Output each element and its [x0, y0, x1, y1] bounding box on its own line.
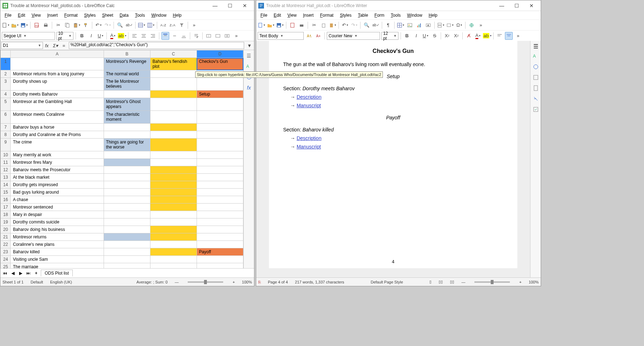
- cell[interactable]: [104, 241, 150, 248]
- cell[interactable]: [197, 78, 243, 91]
- more-button[interactable]: »: [514, 32, 522, 40]
- cell[interactable]: Baharov doing his business: [11, 226, 104, 233]
- cell[interactable]: Dorothy gets impressed: [11, 181, 104, 189]
- find-button[interactable]: 🔍: [363, 21, 370, 29]
- style-inspector-icon[interactable]: [533, 96, 539, 103]
- cell[interactable]: Checkov's Gun: [197, 58, 243, 70]
- spellcheck-button[interactable]: ab✓: [372, 21, 380, 29]
- cell[interactable]: [197, 211, 243, 218]
- cell[interactable]: [150, 70, 197, 78]
- subscript-button[interactable]: X2: [452, 32, 460, 40]
- function-wizard-icon[interactable]: fx: [45, 43, 49, 48]
- word-count[interactable]: 217 words, 1,337 characters: [295, 280, 344, 284]
- cell[interactable]: [197, 139, 243, 151]
- cell[interactable]: [150, 139, 197, 151]
- cell[interactable]: The crime: [11, 139, 104, 151]
- sort-asc-button[interactable]: A↓Z: [159, 21, 167, 29]
- view-book-icon[interactable]: ▯▯: [450, 280, 454, 284]
- cell[interactable]: [104, 256, 150, 263]
- cell[interactable]: [104, 233, 150, 241]
- properties-icon[interactable]: ☰: [533, 43, 538, 50]
- equals-icon[interactable]: =: [62, 43, 65, 48]
- cut-button[interactable]: ✂: [310, 21, 318, 29]
- last-sheet-button[interactable]: ⏭: [25, 271, 32, 276]
- new-style-button[interactable]: A+: [314, 32, 322, 40]
- cell[interactable]: [150, 124, 197, 131]
- zoom-slider[interactable]: [474, 281, 510, 283]
- row-header[interactable]: 22: [1, 241, 11, 248]
- cell[interactable]: [197, 218, 243, 226]
- zoom-in-button[interactable]: +: [232, 280, 235, 284]
- cell[interactable]: [150, 211, 197, 218]
- menu-file[interactable]: File: [258, 12, 270, 18]
- wrap-text-button[interactable]: [192, 32, 200, 40]
- font-name-select[interactable]: Courier New▼: [327, 32, 380, 40]
- manuscript-link[interactable]: Manuscript: [297, 103, 321, 108]
- row-header[interactable]: 21: [1, 233, 11, 241]
- cell[interactable]: [104, 263, 150, 269]
- menu-window[interactable]: Window: [148, 12, 169, 18]
- cell[interactable]: At the black market: [11, 174, 104, 181]
- pdf-status-icon[interactable]: ⎘: [258, 280, 261, 284]
- page-style[interactable]: Default Page Style: [371, 280, 403, 284]
- menu-insert[interactable]: Insert: [44, 12, 61, 18]
- cell[interactable]: [150, 248, 197, 256]
- cell[interactable]: [104, 151, 150, 159]
- row-header[interactable]: 17: [1, 204, 11, 211]
- font-color-button[interactable]: A: [109, 32, 117, 40]
- row-header[interactable]: 11: [1, 159, 11, 166]
- insert-textbox-button[interactable]: A: [424, 21, 432, 29]
- new-doc-button[interactable]: [2, 21, 10, 29]
- zoom-out-button[interactable]: —: [175, 280, 178, 284]
- row-header[interactable]: 25: [1, 263, 11, 269]
- menu-window[interactable]: Window: [404, 12, 425, 18]
- spreadsheet-grid[interactable]: A B C D 1Montresor's RevengeBaharov's fi…: [0, 50, 243, 268]
- next-sheet-button[interactable]: ▶: [17, 271, 24, 276]
- row-header[interactable]: 13: [1, 174, 11, 181]
- align-right-button[interactable]: [149, 32, 157, 40]
- cell[interactable]: [11, 58, 104, 70]
- cell[interactable]: [104, 174, 150, 181]
- cell[interactable]: [197, 159, 243, 166]
- cell[interactable]: [197, 174, 243, 181]
- properties-icon[interactable]: ☰: [246, 52, 253, 59]
- new-doc-button[interactable]: [258, 21, 265, 29]
- minimize-button[interactable]: —: [495, 1, 509, 10]
- more-button[interactable]: »: [190, 21, 198, 29]
- select-all-corner[interactable]: [1, 50, 11, 58]
- row-header[interactable]: 15: [1, 189, 11, 196]
- formula-expand-icon[interactable]: ▼: [246, 42, 253, 49]
- row-header[interactable]: 18: [1, 211, 11, 218]
- cell[interactable]: Montresor's Revenge: [104, 58, 150, 70]
- menu-tools[interactable]: Tools: [132, 12, 148, 18]
- cell[interactable]: Baharov killed: [11, 248, 104, 256]
- formatting-marks-button[interactable]: ¶: [384, 21, 392, 29]
- cell[interactable]: [104, 204, 150, 211]
- cell[interactable]: [197, 226, 243, 233]
- page-indicator[interactable]: Page 4 of 4: [268, 280, 288, 284]
- prev-sheet-button[interactable]: ◀: [10, 271, 16, 276]
- cell[interactable]: [104, 248, 150, 256]
- save-button[interactable]: [20, 21, 28, 29]
- italic-button[interactable]: I: [412, 32, 420, 40]
- cell[interactable]: [150, 151, 197, 159]
- merge-center-button[interactable]: [214, 32, 222, 40]
- menu-sheet[interactable]: Sheet: [99, 12, 116, 18]
- row-header[interactable]: 4: [1, 91, 11, 98]
- row-header[interactable]: 6: [1, 111, 11, 124]
- first-sheet-button[interactable]: ⏮: [2, 271, 8, 276]
- cell[interactable]: [104, 189, 150, 196]
- cell[interactable]: [150, 131, 197, 139]
- cell[interactable]: [150, 181, 197, 189]
- redo-button[interactable]: ↷: [104, 21, 111, 29]
- maximize-button[interactable]: ☐: [510, 1, 524, 10]
- print-button[interactable]: [42, 21, 50, 29]
- cell[interactable]: [197, 233, 243, 241]
- view-single-icon[interactable]: ▯: [429, 280, 431, 284]
- undo-button[interactable]: ↶: [341, 21, 349, 29]
- cell[interactable]: [104, 226, 150, 233]
- copy-button[interactable]: [64, 21, 71, 29]
- row-header[interactable]: 3: [1, 78, 11, 91]
- bold-button[interactable]: B: [403, 32, 411, 40]
- menu-insert[interactable]: Insert: [300, 12, 317, 18]
